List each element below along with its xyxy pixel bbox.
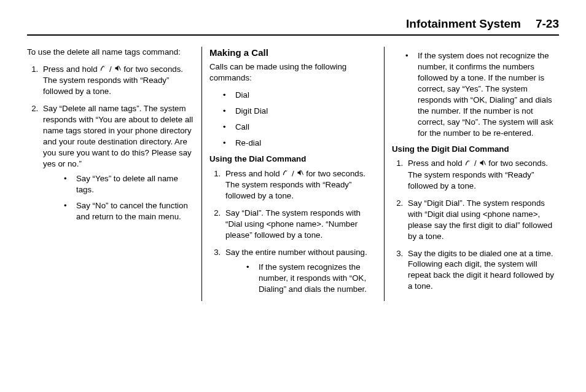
mute-speaker-icon bbox=[479, 159, 486, 170]
step-text-pre: Press and hold bbox=[43, 65, 100, 74]
col2-step3-sub: If the system recognizes the number, it … bbox=[250, 262, 377, 295]
col1-step-1: Press and hold / for two seconds. The sy… bbox=[41, 64, 194, 97]
step-text: Say the entire number without pausing. bbox=[225, 248, 367, 257]
header-page-number: 7-23 bbox=[536, 17, 559, 31]
voice-command-icon bbox=[282, 168, 289, 179]
col3-step-3: Say the digits to be dialed one at a tim… bbox=[405, 248, 559, 292]
svg-line-1 bbox=[301, 171, 303, 175]
col2-intro: Calls can be made using the following co… bbox=[209, 61, 377, 84]
col3-steps: Press and hold / for two seconds. The sy… bbox=[392, 158, 559, 292]
svg-line-0 bbox=[119, 66, 120, 71]
voice-command-icon bbox=[464, 159, 472, 170]
col2-steps: Press and hold / for two seconds. The sy… bbox=[209, 168, 377, 295]
cmd-redial: Re-dial bbox=[227, 138, 377, 149]
col2-step-1: Press and hold / for two seconds. The sy… bbox=[223, 168, 377, 202]
icon-separator: / bbox=[289, 169, 296, 178]
col3-subheading: Using the Digit Dial Command bbox=[392, 144, 559, 155]
step-text-pre: Press and hold bbox=[408, 159, 464, 168]
col2-step-2: Say “Dial”. The system responds with “Di… bbox=[223, 208, 377, 241]
icon-separator: / bbox=[472, 159, 479, 168]
mute-speaker-icon bbox=[297, 168, 304, 179]
col2-commands: Dial Digit Dial Call Re-dial bbox=[209, 90, 377, 149]
col1-sub-no: Say “No” to cancel the function and retu… bbox=[68, 200, 194, 222]
content-columns: To use the delete all name tags command:… bbox=[27, 47, 559, 301]
column-2: Making a Call Calls can be made using th… bbox=[201, 47, 384, 301]
col1-step2-subs: Say “Yes” to delete all name tags. Say “… bbox=[43, 173, 194, 222]
icon-separator: / bbox=[107, 65, 114, 74]
col1-sub-yes: Say “Yes” to delete all name tags. bbox=[68, 173, 194, 195]
column-1: To use the delete all name tags command:… bbox=[27, 47, 201, 301]
col1-steps: Press and hold / for two seconds. The sy… bbox=[27, 64, 194, 222]
manual-page: Infotainment System 7-23 To use the dele… bbox=[0, 0, 586, 392]
header-title: Infotainment System bbox=[406, 17, 521, 31]
cmd-call: Call bbox=[227, 122, 377, 133]
col1-step-2: Say “Delete all name tags”. The system r… bbox=[41, 103, 194, 222]
mute-speaker-icon bbox=[114, 64, 122, 75]
col3-step-2: Say “Digit Dial”. The system responds wi… bbox=[405, 198, 559, 242]
voice-command-icon bbox=[100, 64, 107, 75]
col3-top-bullet-list: If the system does not recognize the num… bbox=[392, 50, 559, 139]
cmd-digit-dial: Digit Dial bbox=[227, 106, 377, 117]
page-header: Infotainment System 7-23 bbox=[27, 17, 559, 36]
column-3: If the system does not recognize the num… bbox=[384, 47, 559, 301]
cmd-dial: Dial bbox=[227, 90, 377, 101]
svg-line-2 bbox=[483, 160, 485, 165]
col3-step-1: Press and hold / for two seconds. The sy… bbox=[405, 158, 559, 191]
col2-step3-subs: If the system recognizes the number, it … bbox=[225, 262, 377, 295]
col1-intro: To use the delete all name tags command: bbox=[27, 47, 194, 58]
col2-subheading: Using the Dial Command bbox=[209, 154, 377, 165]
step-text-pre: Press and hold bbox=[225, 169, 282, 178]
col3-top-bullet: If the system does not recognize the num… bbox=[409, 50, 559, 139]
col2-heading: Making a Call bbox=[209, 47, 377, 59]
step-text: Say “Delete all name tags”. The system r… bbox=[43, 104, 193, 168]
col2-step-3: Say the entire number without pausing. I… bbox=[223, 247, 377, 295]
